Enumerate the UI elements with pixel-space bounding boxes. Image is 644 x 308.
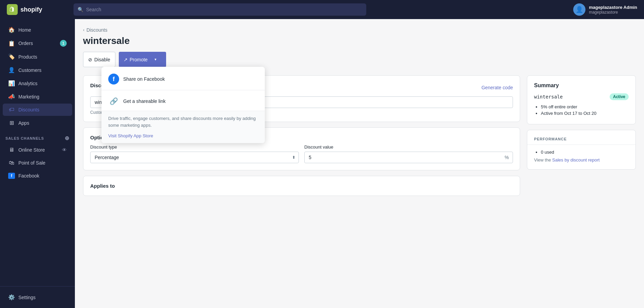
sidebar-item-orders[interactable]: 📋 Orders 1 (3, 37, 72, 50)
performance-divider (527, 144, 635, 145)
discount-type-select[interactable]: Percentage Fixed amount Free shipping Bu… (90, 152, 299, 163)
back-chevron-icon: ‹ (83, 28, 84, 32)
status-badge: Active (610, 93, 629, 100)
discount-value-label: Discount value (304, 144, 513, 150)
sidebar-item-home[interactable]: 🏠 Home (3, 24, 72, 36)
home-icon: 🏠 (8, 27, 15, 33)
user-store: mageplazastore (589, 10, 637, 15)
search-icon: 🔍 (78, 7, 83, 12)
dropdown-promo-text: Drive traffic, engage customers, and sha… (101, 111, 265, 131)
discount-value-wrapper: % (304, 152, 513, 163)
sidebar-item-label: Analytics (18, 81, 37, 86)
summary-card: Summary wintersale Active 5% off entire … (527, 75, 636, 124)
discount-type-group: Discount type Percentage Fixed amount Fr… (90, 144, 299, 163)
used-count: 0 used (541, 150, 629, 155)
search-input[interactable] (86, 7, 362, 12)
eye-icon[interactable]: 👁 (62, 147, 67, 153)
sidebar-item-label: Settings (18, 295, 36, 300)
apps-icon: ⊞ (8, 120, 15, 126)
settings-icon: ⚙️ (8, 294, 15, 301)
sales-channels-section: SALES CHANNELS ⊕ (0, 129, 75, 143)
sidebar-item-label: Customers (18, 67, 42, 73)
discount-type-label: Discount type (90, 144, 299, 150)
applies-to-card: Applies to (83, 176, 520, 196)
main-content: ‹ Discounts wintersale ⊘ Disable ↗ Promo… (75, 19, 644, 308)
sidebar-item-label: Point of Sale (18, 160, 45, 166)
sidebar-item-label: Facebook (18, 173, 39, 179)
get-link-item[interactable]: 🔗 Get a shareable link (101, 92, 265, 111)
summary-panel: Summary wintersale Active 5% off entire … (527, 75, 636, 175)
logo[interactable]: shopify (7, 4, 68, 15)
sidebar-item-customers[interactable]: 👤 Customers (3, 64, 72, 76)
sidebar-item-settings[interactable]: ⚙️ Settings (3, 291, 72, 304)
sidebar-item-facebook[interactable]: f Facebook (3, 170, 72, 182)
summary-bullets: 5% off entire order Active from Oct 17 t… (534, 104, 629, 116)
dropdown-divider (101, 90, 265, 90)
generate-code-link[interactable]: Generate code (481, 85, 513, 90)
sidebar-item-label: Marketing (18, 94, 39, 99)
sidebar-item-online-store[interactable]: 🖥 Online Store 👁 (3, 144, 72, 156)
share-facebook-label: Share on Facebook (123, 76, 165, 82)
top-navigation: shopify 🔍 👤 mageplazastore Admin magepla… (0, 0, 644, 19)
products-icon: 🏷️ (8, 53, 15, 60)
sales-report-link[interactable]: Sales by discount report (552, 157, 599, 163)
facebook-sidebar-icon: f (8, 173, 15, 179)
online-store-icon: 🖥 (8, 147, 15, 153)
discount-value-group: Discount value % (304, 144, 513, 163)
promote-label: Promote (130, 57, 148, 62)
logo-text: shopify (20, 6, 42, 13)
sidebar-item-products[interactable]: 🏷️ Products (3, 50, 72, 63)
sidebar-item-discounts[interactable]: 🏷 Discounts (3, 104, 72, 116)
summary-title: Summary (534, 82, 629, 89)
share-facebook-item[interactable]: f Share on Facebook (101, 70, 265, 89)
disable-icon: ⊘ (88, 57, 92, 62)
sidebar-item-point-of-sale[interactable]: 🛍 Point of Sale (3, 157, 72, 169)
report-text: View the (534, 157, 551, 163)
marketing-icon: 📣 (8, 93, 15, 100)
sidebar-item-analytics[interactable]: 📊 Analytics (3, 77, 72, 90)
breadcrumb-text: Discounts (86, 27, 107, 33)
promote-button[interactable]: ↗ Promote ▾ (119, 52, 166, 67)
sidebar-item-label: Products (18, 54, 37, 60)
add-channel-icon[interactable]: ⊕ (65, 135, 69, 141)
sidebar-item-label: Home (18, 27, 31, 33)
search-bar[interactable]: 🔍 (74, 3, 366, 16)
sidebar-item-apps[interactable]: ⊞ Apps (3, 117, 72, 129)
disable-label: Disable (94, 57, 110, 62)
orders-badge: 1 (60, 40, 67, 47)
breadcrumb[interactable]: ‹ Discounts (83, 27, 636, 33)
sidebar-item-label: Discounts (18, 107, 39, 112)
summary-bullet-2: Active from Oct 17 to Oct 20 (541, 111, 629, 116)
applies-to-title: Applies to (90, 183, 513, 189)
user-info: mageplazastore Admin mageplazastore (589, 5, 637, 15)
performance-link: View the Sales by discount report (534, 157, 629, 163)
summary-bullet-1: 5% off entire order (541, 104, 629, 109)
user-area: 👤 mageplazastore Admin mageplazastore (573, 3, 637, 16)
disable-button[interactable]: ⊘ Disable (83, 52, 115, 67)
performance-card: PERFORMANCE 0 used View the Sales by dis… (527, 130, 636, 170)
sidebar-item-marketing[interactable]: 📣 Marketing (3, 90, 72, 103)
page-title: wintersale (83, 35, 636, 46)
facebook-icon: f (108, 74, 119, 84)
avatar[interactable]: 👤 (573, 3, 585, 16)
visit-app-store-link[interactable]: Visit Shopify App Store (101, 131, 265, 143)
analytics-icon: 📊 (8, 80, 15, 87)
pos-icon: 🛍 (8, 160, 15, 166)
sidebar: 🏠 Home 📋 Orders 1 🏷️ Products 👤 Customer… (0, 19, 75, 308)
sidebar-item-label: Orders (18, 41, 33, 46)
sidebar-item-label: Online Store (18, 147, 45, 153)
options-row: Discount type Percentage Fixed amount Fr… (90, 144, 513, 163)
promote-external-icon: ↗ (124, 57, 128, 62)
sidebar-item-label: Apps (18, 120, 29, 126)
performance-used: 0 used (534, 150, 629, 155)
customers-icon: 👤 (8, 67, 15, 73)
summary-code: wintersale (534, 94, 563, 99)
action-bar: ⊘ Disable ↗ Promote ▾ f Share on Faceboo… (83, 52, 636, 67)
discounts-icon: 🏷 (8, 107, 15, 113)
promote-dropdown: f Share on Facebook 🔗 Get a shareable li… (101, 67, 265, 143)
performance-title: PERFORMANCE (534, 137, 629, 141)
user-name: mageplazastore Admin (589, 5, 637, 10)
discount-value-suffix: % (505, 155, 509, 160)
promote-chevron-icon: ▾ (150, 55, 161, 64)
discount-value-input[interactable] (304, 152, 513, 163)
